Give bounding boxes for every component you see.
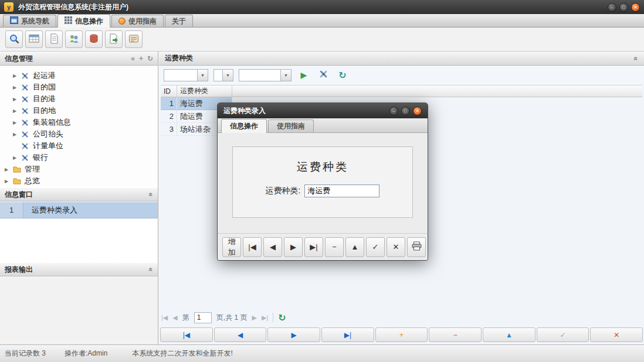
refresh-icon[interactable]: ↻ xyxy=(278,312,286,323)
print-button[interactable] xyxy=(407,237,426,257)
cancel-button[interactable]: ✕ xyxy=(387,237,405,257)
page-input[interactable] xyxy=(194,312,212,323)
maximize-button[interactable]: □ xyxy=(619,3,628,12)
dialog-minimize-button[interactable]: – xyxy=(389,107,398,115)
confirm-button[interactable]: ✓ xyxy=(537,327,589,342)
minimize-button[interactable]: – xyxy=(608,3,616,12)
first-page-button[interactable]: |◀ xyxy=(161,314,168,322)
play-icon: ▶ xyxy=(301,70,307,80)
tree-item-departure-port[interactable]: ▶ 起运港 xyxy=(0,70,158,81)
combo-value[interactable] xyxy=(164,69,198,81)
collapse-chevron-icon[interactable]: « xyxy=(633,56,640,60)
expand-icon[interactable]: ▶ xyxy=(13,132,21,137)
delete-record-button[interactable]: − xyxy=(429,327,482,342)
tab-user-guide[interactable]: 使用指南 xyxy=(111,15,164,27)
advanced-search-button[interactable] xyxy=(316,68,330,82)
combo-value[interactable] xyxy=(239,69,281,81)
tree-item-dest-port[interactable]: ▶ 目的港 xyxy=(0,93,158,105)
delete-record-button[interactable]: − xyxy=(325,237,344,257)
chevron-down-icon[interactable]: ▼ xyxy=(223,69,233,81)
report-panel-header: 报表输出 « xyxy=(0,262,158,276)
chevron-down-icon[interactable]: ▼ xyxy=(198,69,208,81)
form-button[interactable] xyxy=(125,30,143,48)
first-record-button[interactable]: |◀ xyxy=(243,237,262,257)
tree-item-overview[interactable]: ▶ 总览 xyxy=(0,175,158,187)
refresh-button[interactable]: ↻ xyxy=(335,68,350,82)
prev-record-button[interactable]: ◀ xyxy=(263,237,282,257)
search-button[interactable] xyxy=(5,30,23,48)
tab-about[interactable]: 关于 xyxy=(165,15,193,27)
prev-record-button[interactable]: ◀ xyxy=(214,327,267,342)
table-view-button[interactable] xyxy=(25,30,43,48)
edit-record-button[interactable]: ▲ xyxy=(483,327,535,342)
close-button[interactable]: ✕ xyxy=(631,3,640,12)
collapse-chevron-icon[interactable]: « xyxy=(148,268,155,272)
tree-item-measure-unit[interactable]: 计量单位 xyxy=(0,140,158,152)
add-record-button[interactable]: + xyxy=(375,327,428,342)
tree-item-label: 目的地 xyxy=(33,105,56,116)
refresh-icon: ↻ xyxy=(338,70,346,81)
search-value-combo[interactable]: ▼ xyxy=(239,69,292,81)
expand-icon[interactable]: ▶ xyxy=(13,73,21,78)
tree-item-label: 管理 xyxy=(25,164,40,175)
search-operator-combo[interactable]: ▼ xyxy=(213,69,233,81)
next-record-button[interactable]: ▶ xyxy=(267,327,320,342)
users-button[interactable] xyxy=(65,30,83,48)
form-row: 运费种类: xyxy=(233,185,412,197)
edit-record-button[interactable]: ▲ xyxy=(345,237,364,257)
export-icon xyxy=(109,33,119,46)
confirm-button[interactable]: ✓ xyxy=(366,237,385,257)
prev-page-button[interactable]: ◀ xyxy=(172,314,177,322)
column-header-id[interactable]: ID xyxy=(161,86,177,97)
tab-info-operation[interactable]: 信息操作 xyxy=(57,14,110,28)
tree-item-destination[interactable]: ▶ 目的地 xyxy=(0,105,158,117)
tree-item-management[interactable]: ▶ 管理 xyxy=(0,163,158,175)
last-record-button[interactable]: ▶| xyxy=(321,327,374,342)
tree-item-label: 目的国 xyxy=(33,82,56,93)
dialog-close-button[interactable]: ✕ xyxy=(413,107,422,115)
tree-item-label: 总览 xyxy=(25,176,40,186)
last-record-button[interactable]: ▶| xyxy=(304,237,323,257)
refresh-icon[interactable]: ↻ xyxy=(147,55,153,62)
document-button[interactable] xyxy=(45,30,63,48)
search-field-combo[interactable]: ▼ xyxy=(164,69,208,81)
panel-tools: « xyxy=(149,191,153,198)
tree-item-dest-country[interactable]: ▶ 目的国 xyxy=(0,81,158,93)
dialog-maximize-button[interactable]: □ xyxy=(401,107,410,115)
expand-icon[interactable]: ▶ xyxy=(13,120,21,125)
cancel-button[interactable]: ✕ xyxy=(590,327,643,342)
form-groupbox: 运费种类 运费种类: xyxy=(232,146,413,218)
expand-icon[interactable]: ▶ xyxy=(13,97,21,102)
expand-icon[interactable]: ▶ xyxy=(5,179,13,184)
last-page-button[interactable]: ▶| xyxy=(262,314,268,322)
run-search-button[interactable]: ▶ xyxy=(297,68,311,82)
dialog-titlebar[interactable]: 运费种类录入 – □ ✕ xyxy=(218,103,428,118)
window-list-item[interactable]: 1 运费种类录入 xyxy=(0,202,158,218)
record-count: 当前记录数 3 xyxy=(5,349,46,358)
add-icon[interactable]: + xyxy=(139,55,143,62)
tab-system-nav[interactable]: 系统导航 xyxy=(3,15,56,27)
column-header-type[interactable]: 运费种类 xyxy=(177,86,232,97)
dialog-tab-user-guide[interactable]: 使用指南 xyxy=(268,119,314,132)
tree-item-container-info[interactable]: ▶ 集装箱信息 xyxy=(0,117,158,128)
next-record-button[interactable]: ▶ xyxy=(284,237,303,257)
dialog-tab-info-operation[interactable]: 信息操作 xyxy=(221,119,267,133)
collapse-sidebar-icon[interactable]: « xyxy=(131,55,135,62)
expand-icon[interactable]: ▶ xyxy=(13,85,21,90)
freight-type-input[interactable] xyxy=(304,185,379,197)
collapse-chevron-icon[interactable]: « xyxy=(148,193,155,197)
chevron-down-icon[interactable]: ▼ xyxy=(281,69,292,81)
expand-icon[interactable]: ▶ xyxy=(13,155,21,160)
combo-value[interactable] xyxy=(213,69,223,81)
add-button[interactable]: 增加 xyxy=(222,237,241,257)
window-panel-header: 信息窗口 « xyxy=(0,187,158,202)
statusbar: 当前记录数 3 操作者:Admin 本系统支持二次开发和全新开发! xyxy=(0,344,644,362)
export-button[interactable] xyxy=(105,30,123,48)
tree-item-bank[interactable]: ▶ 银行 xyxy=(0,152,158,163)
next-page-button[interactable]: ▶ xyxy=(252,314,256,322)
database-button[interactable] xyxy=(85,30,103,48)
first-record-button[interactable]: |◀ xyxy=(160,327,213,342)
expand-icon[interactable]: ▶ xyxy=(13,108,21,114)
expand-icon[interactable]: ▶ xyxy=(5,167,13,172)
tree-item-company-header[interactable]: ▶ 公司抬头 xyxy=(0,128,158,140)
